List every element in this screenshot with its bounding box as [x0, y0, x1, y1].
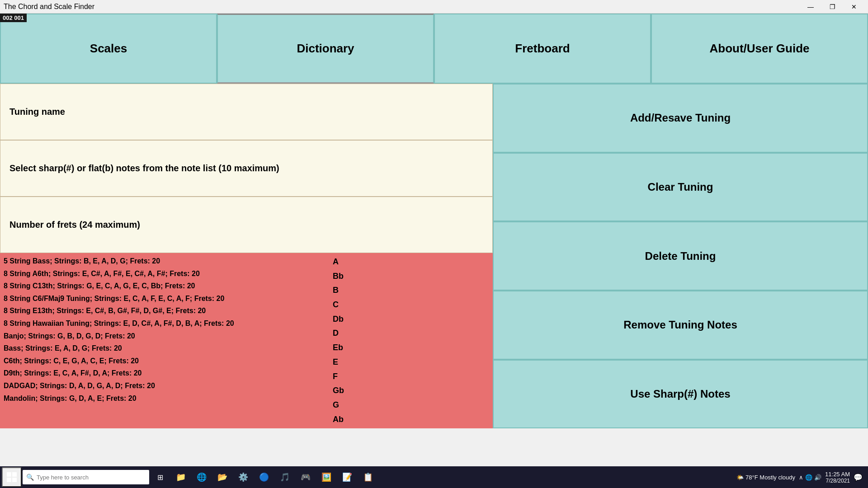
- notification-icon[interactable]: 💬: [854, 473, 863, 482]
- notes-icon[interactable]: 📋: [358, 467, 378, 487]
- svg-rect-2: [7, 478, 11, 482]
- task-view-icon[interactable]: ⊞: [150, 467, 170, 487]
- tuning-list-item[interactable]: 8 String E13th; Strings: E, C#, B, G#, F…: [4, 305, 326, 317]
- search-input[interactable]: [37, 474, 136, 481]
- clear-tuning-button[interactable]: Clear Tuning: [493, 153, 868, 222]
- tab-scales[interactable]: Scales: [0, 14, 217, 84]
- photo-icon[interactable]: 🖼️: [316, 467, 336, 487]
- tuning-list-item[interactable]: 8 String C6/FMaj9 Tuning; Strings: E, C,…: [4, 292, 326, 305]
- tuning-list-item[interactable]: 5 String Bass; Strings: B, E, A, D, G; F…: [4, 255, 326, 267]
- minimize-button[interactable]: —: [800, 0, 821, 14]
- use-sharp-notes-button[interactable]: Use Sharp(#) Notes: [493, 360, 868, 429]
- titlebar: The Chord and Scale Finder — ❐ ✕: [0, 0, 868, 14]
- search-icon: 🔍: [26, 474, 34, 481]
- steam-icon[interactable]: 🎮: [296, 467, 316, 487]
- note-list-item[interactable]: D: [333, 326, 489, 341]
- note-list-item[interactable]: G: [333, 398, 489, 413]
- clock[interactable]: 11:25 AM 7/28/2021: [825, 471, 850, 484]
- frets-section: Number of frets (24 maximum): [0, 197, 493, 253]
- window-controls: — ❐ ✕: [800, 0, 864, 14]
- tab-about[interactable]: About/User Guide: [651, 14, 868, 84]
- tuning-list-item[interactable]: 8 String A6th; Strings: E, C#, A, F#, E,…: [4, 267, 326, 280]
- weather-display: 🌤️ 78°F Mostly cloudy: [736, 474, 795, 481]
- note-list-item[interactable]: Bb: [333, 269, 489, 284]
- weather-icon: 🌤️: [736, 474, 744, 481]
- note-list-item[interactable]: C: [333, 298, 489, 312]
- svg-rect-1: [12, 472, 17, 477]
- tuning-list-item[interactable]: Bass; Strings: E, A, D, G; Frets: 20: [4, 342, 326, 355]
- tuning-list-item[interactable]: C6th; Strings: C, E, G, A, C, E; Frets: …: [4, 355, 326, 367]
- search-bar[interactable]: 🔍: [23, 470, 149, 484]
- tab-dictionary[interactable]: Dictionary: [217, 14, 434, 84]
- files-icon[interactable]: 📂: [212, 467, 232, 487]
- content-area: Tuning name Select sharp(#) or flat(b) n…: [0, 84, 868, 428]
- tuning-name-label: Tuning name: [9, 107, 65, 117]
- taskbar-right: 🌤️ 78°F Mostly cloudy ∧ 🌐 🔊 11:25 AM 7/2…: [736, 471, 866, 484]
- note-list-item[interactable]: B: [333, 283, 489, 298]
- note-list-item[interactable]: A: [333, 255, 489, 269]
- main-tabs: Scales Dictionary Fretboard About/User G…: [0, 14, 868, 84]
- left-panel: Tuning name Select sharp(#) or flat(b) n…: [0, 84, 493, 428]
- music-icon[interactable]: 🎵: [275, 467, 295, 487]
- titlebar-title: The Chord and Scale Finder: [4, 3, 94, 11]
- settings-icon[interactable]: ⚙️: [233, 467, 253, 487]
- delete-tuning-button[interactable]: Delete Tuning: [493, 221, 868, 291]
- right-panel: Add/Resave Tuning Clear Tuning Delete Tu…: [493, 84, 868, 428]
- tuning-list-item[interactable]: 8 String C13th; Strings: G, E, C, A, G, …: [4, 280, 326, 292]
- frets-label: Number of frets (24 maximum): [9, 220, 140, 230]
- note-list-item[interactable]: Ab: [333, 413, 489, 427]
- tuning-list-item[interactable]: Banjo; Strings: G, B, D, G, D; Frets: 20: [4, 330, 326, 343]
- chrome-icon[interactable]: 🔵: [254, 467, 274, 487]
- add-resave-tuning-button[interactable]: Add/Resave Tuning: [493, 84, 868, 153]
- note-list-item[interactable]: Db: [333, 312, 489, 327]
- weather-text: 78°F Mostly cloudy: [745, 474, 795, 481]
- chevron-up-icon[interactable]: ∧: [799, 474, 803, 481]
- notes-list[interactable]: ABbBCDbDEbEFGbGAb: [329, 253, 493, 428]
- vs-icon[interactable]: 📝: [337, 467, 357, 487]
- tuning-list-item[interactable]: Mandolin; Strings: G, D, A, E; Frets: 20: [4, 392, 326, 405]
- time-display: 11:25 AM: [825, 471, 850, 478]
- network-icon[interactable]: 🌐: [805, 474, 812, 481]
- svg-rect-3: [12, 478, 17, 482]
- note-list-item[interactable]: F: [333, 370, 489, 384]
- tuning-list-container: 5 String Bass; Strings: B, E, A, D, G; F…: [0, 253, 493, 428]
- volume-icon[interactable]: 🔊: [814, 474, 821, 481]
- notes-instruction-section: Select sharp(#) or flat(b) notes from th…: [0, 140, 493, 197]
- date-display: 7/28/2021: [825, 478, 850, 484]
- svg-rect-0: [7, 472, 11, 477]
- edge-icon[interactable]: 🌐: [192, 467, 212, 487]
- remove-tuning-notes-button[interactable]: Remove Tuning Notes: [493, 291, 868, 360]
- tuning-list[interactable]: 5 String Bass; Strings: B, E, A, D, G; F…: [0, 253, 329, 428]
- note-list-item[interactable]: Eb: [333, 341, 489, 355]
- note-list-item[interactable]: E: [333, 355, 489, 370]
- close-button[interactable]: ✕: [844, 0, 864, 14]
- file-explorer-icon[interactable]: 📁: [171, 467, 191, 487]
- note-list-item[interactable]: Gb: [333, 384, 489, 398]
- tuning-list-item[interactable]: D9th; Strings: E, C, A, F#, D, A; Frets:…: [4, 367, 326, 380]
- start-button[interactable]: [2, 467, 22, 487]
- tuning-list-item[interactable]: DADGAD; Strings: D, A, D, G, A, D; Frets…: [4, 380, 326, 392]
- taskbar: 🔍 ⊞ 📁 🌐 📂 ⚙️ 🔵 🎵 🎮 🖼️ 📝 📋 🌤️ 78°F Mostly…: [0, 466, 868, 488]
- counter-badge: 002 001: [0, 14, 27, 22]
- system-icons: ∧ 🌐 🔊: [799, 474, 821, 481]
- notes-instruction-text: Select sharp(#) or flat(b) notes from th…: [9, 163, 279, 174]
- maximize-button[interactable]: ❐: [822, 0, 843, 14]
- tuning-name-section: Tuning name: [0, 84, 493, 140]
- tab-fretboard[interactable]: Fretboard: [434, 14, 651, 84]
- tuning-list-item[interactable]: 8 String Hawaiian Tuning; Strings: E, D,…: [4, 317, 326, 330]
